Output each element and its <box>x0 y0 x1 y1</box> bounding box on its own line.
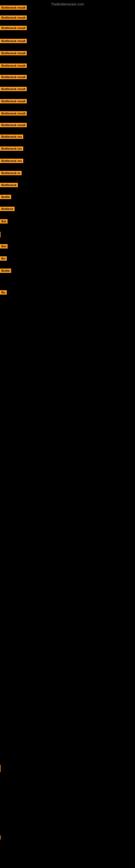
line-1 <box>0 232 1 237</box>
badge-17: Bottle <box>0 195 11 199</box>
badge-5: Bottleneck result <box>0 51 27 55</box>
badge-12: Bottleneck res <box>0 134 23 139</box>
badge-1: Bottleneck result <box>0 5 27 10</box>
badge-3: Bottleneck result <box>0 26 27 30</box>
badge-16: Bottleneck <box>0 183 18 187</box>
badge-23: Bo <box>0 290 7 294</box>
line-2 <box>0 765 1 772</box>
badge-15: Bottleneck re <box>0 171 21 175</box>
badge-14: Bottleneck res <box>0 159 23 163</box>
badge-4: Bottleneck result <box>0 39 27 43</box>
badge-19: Bot <box>0 219 8 223</box>
badge-8: Bottleneck result <box>0 87 27 91</box>
badge-13: Bottleneck res <box>0 147 23 151</box>
badge-7: Bottleneck result <box>0 75 27 79</box>
badge-9: Bottleneck result <box>0 99 27 103</box>
badge-11: Bottleneck result <box>0 123 27 127</box>
badge-18: Bottlene <box>0 207 14 211</box>
line-3 <box>0 835 1 839</box>
badge-6: Bottleneck result <box>0 63 27 68</box>
badge-22: Bottle <box>0 269 11 273</box>
badge-10: Bottleneck result <box>0 111 27 116</box>
badge-21: Bo <box>0 256 7 261</box>
badge-20: Bot <box>0 244 8 248</box>
badge-2: Bottleneck result <box>0 16 27 20</box>
